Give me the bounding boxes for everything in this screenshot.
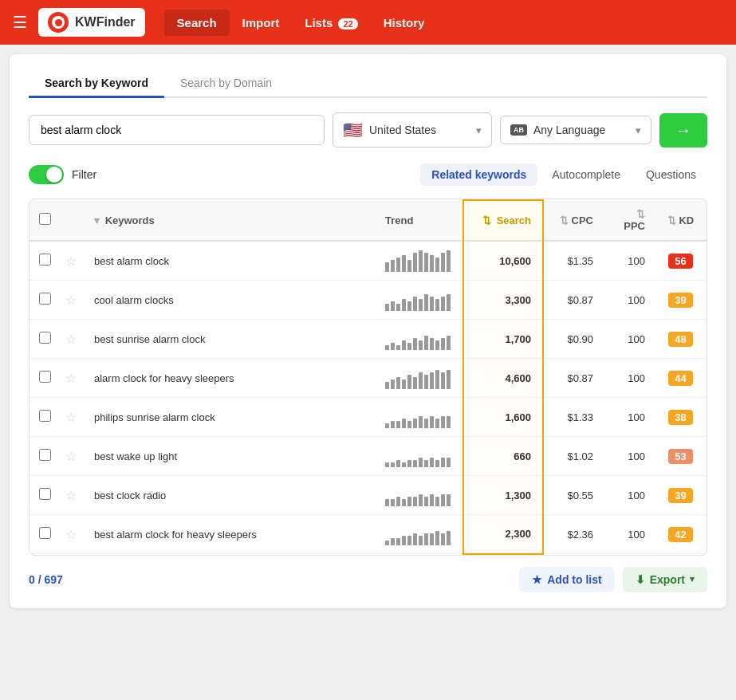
nav-lists[interactable]: Lists 22 [292,10,370,36]
row-star[interactable]: ☆ [61,515,85,554]
row-cpc: $1.02 [543,437,603,476]
row-checkbox[interactable] [39,293,51,305]
row-star[interactable]: ☆ [61,437,85,476]
col-trend[interactable]: Trend [376,200,463,241]
table-row: ☆best clock radio1,300$0.5510039 [30,476,706,515]
row-star[interactable]: ☆ [61,476,85,515]
country-selector[interactable]: 🇺🇸 United States ▾ [333,112,492,147]
row-search: 1,700 [463,320,543,359]
row-kd: 39 [655,281,706,320]
tab-keyword[interactable]: Search by Keyword [29,70,164,98]
row-cpc: $0.55 [543,476,603,515]
row-search: 4,600 [463,359,543,398]
col-cpc[interactable]: ⇅ CPC [543,200,603,241]
row-search: 1,300 [463,476,543,515]
row-search: 3,300 [463,281,543,320]
row-cpc: $0.87 [543,281,603,320]
export-button[interactable]: ⬇ Export ▾ [623,567,707,592]
col-search[interactable]: ⇅ Search [463,200,543,241]
table-row: ☆best wake up light660$1.0210053 [30,437,706,476]
row-trend [376,398,463,437]
row-keyword: philips sunrise alarm clock [85,398,376,437]
export-chevron: ▾ [690,574,695,584]
row-checkbox-cell [30,359,61,398]
nav-search[interactable]: Search [164,10,230,36]
row-keyword: cool alarm clocks [85,281,376,320]
export-icon: ⬇ [636,573,645,586]
row-keyword: best wake up light [85,437,376,476]
table-row: ☆best alarm clock for heavy sleepers2,30… [30,515,706,554]
table-row: ☆cool alarm clocks3,300$0.8710039 [30,281,706,320]
star-icon: ★ [532,573,542,586]
add-to-list-button[interactable]: ★ Add to list [519,567,614,592]
row-star[interactable]: ☆ [61,359,85,398]
tab-autocomplete[interactable]: Autocomplete [541,163,632,186]
row-star[interactable]: ☆ [61,398,85,437]
filter-left: Filter [29,165,96,184]
kd-badge: 38 [668,410,692,425]
row-keyword: best sunrise alarm clock [85,320,376,359]
table-footer: 0 / 697 ★ Add to list ⬇ Export ▾ [29,567,707,592]
logo: KWFinder [38,8,145,37]
search-button[interactable]: → [659,113,707,147]
row-checkbox[interactable] [39,488,51,500]
header: ☰ KWFinder Search Import Lists 22 Histor… [0,0,736,45]
tab-domain[interactable]: Search by Domain [164,70,288,98]
search-row: 🇺🇸 United States ▾ AB Any Language ▾ → [29,112,707,147]
row-checkbox-cell [30,320,61,359]
country-name: United States [369,124,470,136]
table-row: ☆best alarm clock10,600$1.3510056 [30,241,706,281]
row-star[interactable]: ☆ [61,281,85,320]
country-flag: 🇺🇸 [343,120,363,140]
row-checkbox-cell [30,398,61,437]
row-keyword: best clock radio [85,476,376,515]
col-checkbox [30,200,61,241]
language-selector[interactable]: AB Any Language ▾ [500,116,651,144]
tab-related[interactable]: Related keywords [420,163,537,186]
row-keyword: best alarm clock for heavy sleepers [85,515,376,554]
row-checkbox[interactable] [39,254,51,265]
col-star [61,200,85,241]
row-star[interactable]: ☆ [61,320,85,359]
row-ppc: 100 [603,281,655,320]
row-kd: 48 [655,320,706,359]
col-keywords[interactable]: ▾ Keywords [85,200,376,241]
row-checkbox-cell [30,437,61,476]
row-star[interactable]: ☆ [61,241,85,281]
country-dropdown-icon: ▾ [476,124,482,136]
table-row: ☆philips sunrise alarm clock1,600$1.3310… [30,398,706,437]
kd-badge: 44 [668,371,692,386]
row-checkbox[interactable] [39,410,51,422]
col-ppc[interactable]: ⇅ PPC [603,200,655,241]
cpc-sort-icon: ⇅ [560,214,569,226]
col-kd[interactable]: ⇅ KD [655,200,706,241]
hamburger-icon[interactable]: ☰ [13,13,27,32]
row-checkbox-cell [30,476,61,515]
row-checkbox[interactable] [39,371,51,383]
row-ppc: 100 [603,241,655,281]
row-trend [376,320,463,359]
row-checkbox[interactable] [39,332,51,344]
toggle-knob [46,167,62,183]
row-trend [376,476,463,515]
nav-history[interactable]: History [371,10,438,36]
row-checkbox[interactable] [39,527,51,539]
tab-questions[interactable]: Questions [635,163,707,186]
row-ppc: 100 [603,359,655,398]
keyword-input[interactable] [29,115,325,145]
select-all-checkbox[interactable] [39,213,51,225]
language-name: Any Language [533,124,629,136]
row-search: 2,300 [463,515,543,554]
row-kd: 38 [655,398,706,437]
keyword-type-tabs: Related keywords Autocomplete Questions [420,163,707,186]
row-keyword: alarm clock for heavy sleepers [85,359,376,398]
filter-toggle[interactable] [29,165,64,184]
language-dropdown-icon: ▾ [636,124,641,136]
row-cpc: $0.87 [543,359,603,398]
nav-import[interactable]: Import [230,10,293,36]
row-search: 1,600 [463,398,543,437]
table-row: ☆best sunrise alarm clock1,700$0.9010048 [30,320,706,359]
row-keyword: best alarm clock [85,241,376,281]
row-checkbox[interactable] [39,449,51,461]
row-ppc: 100 [603,515,655,554]
